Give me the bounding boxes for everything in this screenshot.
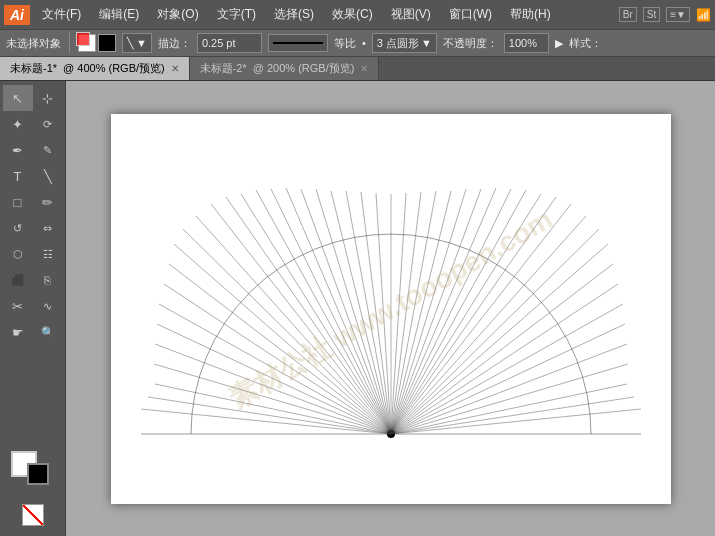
tool-row-5: □ ✏ (0, 189, 65, 215)
tab-1-detail: @ 400% (RGB/预览) (63, 61, 165, 76)
svg-line-7 (331, 191, 391, 434)
free-transform-tool[interactable]: ☷ (33, 241, 63, 267)
menu-help[interactable]: 帮助(H) (506, 4, 555, 25)
tool-row-1: ↖ ⊹ (0, 85, 65, 111)
pen-tool[interactable]: ✒ (3, 137, 33, 163)
tool-row-9: ✂ ∿ (0, 293, 65, 319)
zoom-tool[interactable]: 🔍 (33, 319, 63, 345)
stroke-width-input[interactable] (197, 33, 262, 53)
stroke-type-dropdown[interactable]: ╲▼ (122, 33, 152, 53)
opacity-arrow[interactable]: ▶ (555, 37, 563, 50)
stroke-line-icon: ╲ (127, 37, 134, 50)
rect-tool[interactable]: □ (3, 189, 33, 215)
menu-items: 文件(F) 编辑(E) 对象(O) 文字(T) 选择(S) 效果(C) 视图(V… (38, 4, 555, 25)
svg-line-14 (141, 409, 391, 434)
svg-line-43 (157, 324, 391, 434)
svg-line-37 (391, 188, 496, 434)
canvas: 素材公社 www.tooopen.com (111, 114, 671, 504)
svg-line-33 (376, 193, 391, 434)
svg-line-11 (159, 304, 391, 434)
svg-line-46 (391, 244, 608, 434)
ratio-label: 等比 (334, 36, 356, 51)
menu-object[interactable]: 对象(O) (153, 4, 202, 25)
svg-line-28 (226, 197, 391, 434)
tab-2-close[interactable]: ✕ (360, 63, 368, 74)
view-toggle[interactable]: ≡▼ (666, 7, 690, 22)
background-swatch[interactable] (27, 463, 49, 485)
warp-tool[interactable]: ⬡ (3, 241, 33, 267)
swatch-container (11, 451, 55, 487)
svg-line-38 (391, 190, 526, 434)
svg-line-50 (391, 397, 634, 434)
svg-line-40 (391, 216, 586, 434)
svg-line-29 (256, 190, 391, 434)
eraser-tool[interactable]: ∿ (33, 293, 63, 319)
menu-edit[interactable]: 编辑(E) (95, 4, 143, 25)
hand-tool[interactable]: ☛ (3, 319, 33, 345)
artwork-svg (111, 114, 671, 504)
column-graph-tool[interactable]: ⎘ (33, 267, 63, 293)
svg-line-22 (391, 264, 613, 434)
svg-line-42 (164, 284, 391, 434)
symbol-sprayer-tool[interactable]: ⬛ (3, 267, 33, 293)
app-logo: Ai (4, 5, 30, 25)
svg-line-26 (391, 409, 641, 434)
none-swatch[interactable] (22, 504, 44, 526)
reflect-tool[interactable]: ⇔ (33, 215, 63, 241)
menu-file[interactable]: 文件(F) (38, 4, 85, 25)
svg-line-48 (391, 324, 625, 434)
circle-type-dropdown[interactable]: 3 点圆形 ▼ (372, 33, 437, 53)
stroke-swatch[interactable] (98, 34, 116, 52)
br-icon: Br (619, 7, 637, 22)
divider1 (69, 33, 70, 53)
fill-swatch[interactable] (78, 34, 96, 52)
tab-1-label: 未标题-1* (10, 61, 57, 76)
style-label: 样式： (569, 36, 602, 51)
stroke-label: 描边： (158, 36, 191, 51)
tab-1-close[interactable]: ✕ (171, 63, 179, 74)
tool-row-10: ☛ 🔍 (0, 319, 65, 345)
svg-line-32 (346, 191, 391, 434)
menu-window[interactable]: 窗口(W) (445, 4, 496, 25)
svg-line-10 (169, 264, 391, 434)
opacity-input[interactable] (504, 33, 549, 53)
canvas-area[interactable]: 素材公社 www.tooopen.com (66, 81, 715, 536)
line-tool[interactable]: ╲ (33, 163, 63, 189)
type-tool[interactable]: T (3, 163, 33, 189)
tool-row-6: ↺ ⇔ (0, 215, 65, 241)
right-icons: Br St ≡▼ 📶 (619, 7, 711, 22)
tool-row-7: ⬡ ☷ (0, 241, 65, 267)
tab-1[interactable]: 未标题-1* @ 400% (RGB/预览) ✕ (0, 57, 190, 80)
selection-tool[interactable]: ↖ (3, 85, 33, 111)
svg-line-5 (271, 189, 391, 434)
no-selection-label: 未选择对象 (6, 36, 61, 51)
pencil-tool[interactable]: ✏ (33, 189, 63, 215)
lasso-tool[interactable]: ⟳ (33, 111, 63, 137)
svg-line-23 (391, 304, 623, 434)
tabs-bar: 未标题-1* @ 400% (RGB/预览) ✕ 未标题-2* @ 200% (… (0, 57, 715, 81)
menu-type[interactable]: 文字(T) (213, 4, 260, 25)
stroke-swatches (78, 34, 116, 52)
svg-line-17 (391, 189, 511, 434)
st-icon: St (643, 7, 660, 22)
menu-select[interactable]: 选择(S) (270, 4, 318, 25)
rotate-tool[interactable]: ↺ (3, 215, 33, 241)
menu-bar: Ai 文件(F) 编辑(E) 对象(O) 文字(T) 选择(S) 效果(C) 视… (0, 0, 715, 29)
connection-icon: 📶 (696, 8, 711, 22)
menu-view[interactable]: 视图(V) (387, 4, 435, 25)
opacity-label: 不透明度： (443, 36, 498, 51)
svg-line-35 (391, 191, 436, 434)
main-area: ↖ ⊹ ✦ ⟳ ✒ ✎ T ╲ □ ✏ ↺ ⇔ ⬡ ☷ ⬛ ⎘ (0, 81, 715, 536)
options-bar: 未选择对象 ╲▼ 描边： 等比 • 3 点圆形 ▼ 不透明度： ▶ 样式： (0, 29, 715, 57)
magic-wand-tool[interactable]: ✦ (3, 111, 33, 137)
circle-type-label: 3 点圆形 (377, 36, 419, 51)
svg-line-41 (174, 244, 391, 434)
add-anchor-tool[interactable]: ✎ (33, 137, 63, 163)
direct-selection-tool[interactable]: ⊹ (33, 85, 63, 111)
scissors-tool[interactable]: ✂ (3, 293, 33, 319)
tab-2[interactable]: 未标题-2* @ 200% (RGB/预览) ✕ (190, 57, 380, 80)
svg-line-27 (196, 216, 391, 434)
menu-effect[interactable]: 效果(C) (328, 4, 377, 25)
svg-line-47 (391, 284, 618, 434)
dot-separator: • (362, 37, 366, 49)
